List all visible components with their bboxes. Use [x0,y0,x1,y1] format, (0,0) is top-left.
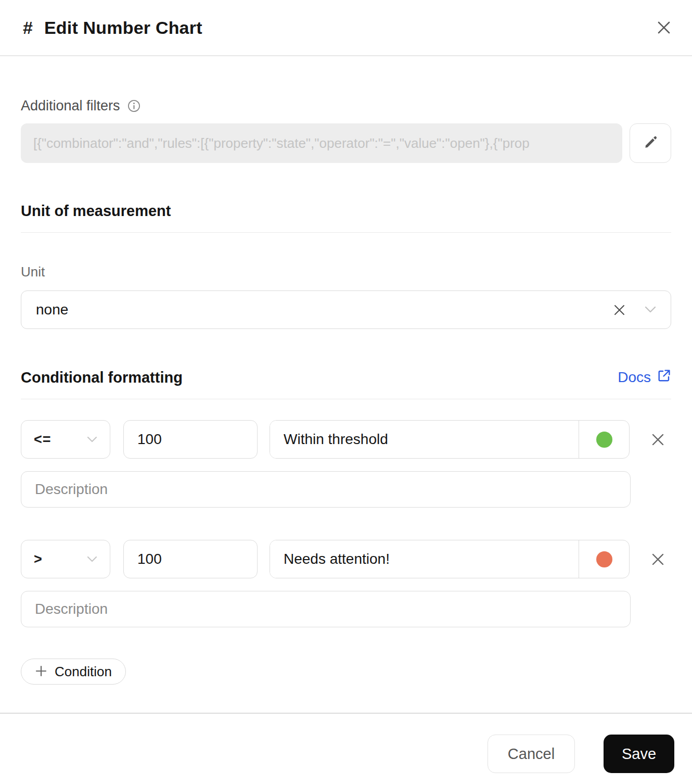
unit-select[interactable]: none [21,290,671,329]
modal-header: # Edit Number Chart [0,0,692,56]
condition-label-input[interactable] [270,421,579,458]
operator-value: > [34,551,43,567]
modal-title: Edit Number Chart [44,18,202,38]
operator-select[interactable]: <= [21,420,110,459]
clear-unit-icon[interactable] [613,304,626,317]
add-condition-label: Condition [55,664,112,680]
close-icon[interactable] [653,17,674,38]
condition-description-input[interactable] [21,471,631,508]
color-dot [596,551,612,567]
unit-select-value: none [36,301,68,318]
color-swatch-button[interactable] [579,421,629,458]
chevron-down-icon[interactable] [645,306,656,313]
edit-filters-button[interactable] [630,123,671,163]
section-divider [21,232,671,233]
remove-condition-icon[interactable] [647,429,668,450]
external-link-icon [657,369,671,386]
color-swatch-button[interactable] [579,540,629,578]
condition-description-input[interactable] [21,591,631,627]
chevron-down-icon [87,556,97,562]
save-button[interactable]: Save [604,735,674,773]
unit-section-title: Unit of measurement [21,203,171,220]
condition-label-input[interactable] [270,540,579,578]
additional-filters-row [21,123,671,163]
cancel-button[interactable]: Cancel [488,735,575,773]
docs-link[interactable]: Docs [618,369,671,386]
condition-label-field [270,420,630,459]
condition-label-field [270,540,630,578]
filters-json-input[interactable] [21,123,622,163]
color-dot [596,432,612,448]
condition-row: > [21,540,671,578]
operator-select[interactable]: > [21,540,110,578]
conditional-section-title: Conditional formatting [21,369,183,386]
pencil-icon [643,135,658,152]
condition-row: <= [21,420,671,459]
operator-value: <= [34,432,52,448]
threshold-value-input[interactable] [123,420,258,459]
info-icon [127,99,140,112]
additional-filters-label: Additional filters [21,98,120,114]
section-divider [21,399,671,399]
plus-icon [35,665,47,679]
modal-footer: Cancel Save [0,713,692,773]
additional-filters-header: Additional filters [21,98,671,114]
number-chart-hash-icon: # [23,18,33,38]
unit-section-header: Unit of measurement [21,203,671,220]
remove-condition-icon[interactable] [647,549,668,570]
conditional-section-header: Conditional formatting Docs [21,369,671,386]
add-condition-button[interactable]: Condition [21,659,126,685]
chevron-down-icon [87,436,97,442]
docs-link-label: Docs [618,369,651,386]
unit-label: Unit [21,264,671,280]
threshold-value-input[interactable] [123,540,258,578]
